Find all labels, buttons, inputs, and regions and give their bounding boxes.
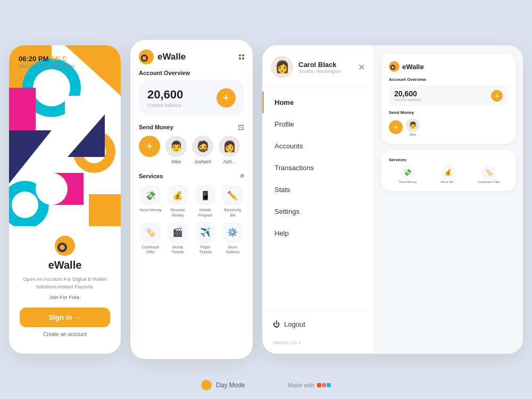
dots-menu-button[interactable] xyxy=(239,54,244,60)
svg-rect-5 xyxy=(9,88,36,130)
service-receive-money-icon[interactable]: 💰 xyxy=(168,185,188,205)
preview-service-send-icon: 💸 xyxy=(401,165,415,179)
contact-ashley-avatar: 👩 xyxy=(219,136,240,157)
menu-header: 👩 Carol Black Seattle, Washington ✕ xyxy=(262,45,373,87)
preview-balance-label: Current balance xyxy=(394,98,421,102)
contact-ashley: 👩 Ashl... xyxy=(219,136,240,164)
menu-version: Version 2.0.1 xyxy=(262,337,373,354)
preview-service-send-label: Send Money xyxy=(399,180,417,184)
logout-icon: ⏻ xyxy=(273,320,280,328)
menu-item-transactions[interactable]: Transactions xyxy=(262,157,373,179)
menu-item-stats[interactable]: Stats xyxy=(262,179,373,201)
service-electricity-bill: ✏️ Electricity Bill xyxy=(221,185,245,218)
service-send-money-label: Send Money xyxy=(139,207,162,213)
add-contact-button[interactable]: + xyxy=(139,136,160,157)
services-label: Services xyxy=(139,173,163,179)
add-money-button[interactable]: + xyxy=(217,88,236,107)
preview-panel: eWalle Account Overview 20,600 Current b… xyxy=(374,45,523,354)
svg-point-12 xyxy=(36,173,68,205)
service-mobile-prepaid-icon[interactable]: 📱 xyxy=(195,185,215,205)
preview-services-card: Services 💸 Send Money 💰 Rece Mo... 🏷️ Ca… xyxy=(381,150,516,191)
contact-joshpeh-avatar: 🧔 xyxy=(192,136,213,157)
menu-user-info: Carol Black Seattle, Washington xyxy=(298,61,353,74)
send-money-label: Send Money xyxy=(139,124,173,130)
sign-in-button[interactable]: Sign in → xyxy=(20,307,110,327)
service-cashback-icon[interactable]: 🏷️ xyxy=(140,222,161,243)
logout-label: Logout xyxy=(284,320,305,328)
dashboard-logo-icon xyxy=(139,49,154,64)
dashboard-logo-row: eWalle xyxy=(139,49,186,64)
preview-send-money-label: Send Money xyxy=(389,110,508,115)
preview-services-label: Services xyxy=(389,157,508,162)
service-electricity-bill-label: Electricity Bill xyxy=(221,207,245,218)
splash-screen: 06:20 PM 34° C Nov.10.2020 | Wednesday e… xyxy=(9,45,121,354)
service-receive-money-label: Receive Money xyxy=(167,207,190,218)
splash-logo-icon xyxy=(55,236,75,256)
dashboard-screen: eWalle Account Overview 20,600 Current b… xyxy=(130,40,253,359)
balance-card: 20,600 Current balance + xyxy=(139,80,244,115)
splash-app-title: eWalle xyxy=(48,259,82,271)
menu-logout-button[interactable]: ⏻ Logout xyxy=(262,311,373,337)
preview-services-grid: 💸 Send Money 💰 Rece Mo... 🏷️ Cashback Of… xyxy=(389,165,508,184)
dashboard-header: eWalle xyxy=(130,40,253,70)
contact-ashley-name: Ashl... xyxy=(223,159,236,164)
create-account-link[interactable]: Create an account xyxy=(43,331,87,337)
account-overview-label: Account Overview xyxy=(130,70,253,80)
preview-contact-mike-name: Mike xyxy=(410,133,417,136)
menu-item-help[interactable]: Help xyxy=(262,222,373,244)
service-movie-tickets-icon[interactable]: 🎬 xyxy=(168,222,188,243)
splash-tagline: Open An Account For Digital E-Wallet Sol… xyxy=(20,276,110,291)
menu-item-profile[interactable]: Profile xyxy=(262,113,373,135)
contact-mike-avatar: 👨 xyxy=(165,136,187,157)
splash-join: Join For Free. xyxy=(49,294,80,300)
menu-user-location: Seattle, Washington xyxy=(298,69,353,74)
service-flight-tickets-icon[interactable]: ✈️ xyxy=(195,222,215,243)
service-send-money: 💸 Send Money xyxy=(139,185,162,218)
service-send-money-icon[interactable]: 💸 xyxy=(140,185,161,205)
send-money-header: Send Money ⊡ xyxy=(130,123,253,136)
menu-items-list: Home Profile Accounts Transactions Stats… xyxy=(262,87,373,311)
preview-balance-amount: 20,600 xyxy=(394,89,421,98)
preview-service-cashback: 🏷️ Cashback Offer xyxy=(470,165,508,184)
day-mode-circle xyxy=(201,380,212,390)
svg-point-8 xyxy=(12,192,38,218)
menu-close-button[interactable]: ✕ xyxy=(358,62,365,72)
service-more-options: ⚙️ More Options xyxy=(221,222,245,255)
balance-amount: 20,600 xyxy=(147,88,183,102)
svg-point-19 xyxy=(60,245,65,250)
preview-send-row: + 👨 Mike xyxy=(389,118,508,136)
day-mode-toggle[interactable]: Day Mode xyxy=(201,380,245,390)
contact-mike: 👨 Mike xyxy=(165,136,187,164)
balance-label: Current balance xyxy=(147,103,183,108)
menu-item-settings[interactable]: Settings xyxy=(262,201,373,222)
svg-point-3 xyxy=(33,69,70,106)
svg-rect-16 xyxy=(65,96,121,114)
menu-item-home[interactable]: Home xyxy=(262,92,373,113)
preview-balance-card: 20,600 Current balance + xyxy=(389,85,508,106)
preview-add-contact-button: + xyxy=(389,120,403,134)
dashboard-app-title: eWalle xyxy=(157,52,186,62)
service-more-options-icon[interactable]: ⚙️ xyxy=(222,222,243,243)
svg-point-25 xyxy=(392,66,394,69)
service-receive-money: 💰 Receive Money xyxy=(167,185,190,218)
service-cashback: 🏷️ Cashback Offer xyxy=(139,222,162,255)
preview-service-receive-icon: 💰 xyxy=(442,165,455,179)
preview-service-send: 💸 Send Money xyxy=(389,165,427,184)
menu-panel: 👩 Carol Black Seattle, Washington ✕ Home… xyxy=(262,45,374,354)
service-movie-tickets: 🎬 Movie Tickets xyxy=(167,222,190,255)
service-more-options-label: More Options xyxy=(221,245,245,255)
splash-date: Nov.10.2020 | Wednesday xyxy=(19,63,74,69)
contact-joshpeh: 🧔 Joshpeh xyxy=(192,136,213,164)
made-with-label: Made with xyxy=(288,382,331,388)
filter-icon[interactable]: ≡ xyxy=(240,172,244,180)
preview-service-receive: 💰 Rece Mo... xyxy=(429,165,467,184)
preview-account-overview-label: Account Overview xyxy=(389,77,508,82)
figma-icon xyxy=(317,383,331,387)
service-electricity-bill-icon[interactable]: ✏️ xyxy=(222,185,243,205)
scan-icon[interactable]: ⊡ xyxy=(238,123,244,131)
menu-user-name: Carol Black xyxy=(298,61,353,69)
service-flight-tickets: ✈️ Flight Tickets xyxy=(194,222,217,255)
menu-screen: 👩 Carol Black Seattle, Washington ✕ Home… xyxy=(262,45,523,354)
menu-item-accounts[interactable]: Accounts xyxy=(262,135,373,157)
svg-point-22 xyxy=(143,56,146,60)
